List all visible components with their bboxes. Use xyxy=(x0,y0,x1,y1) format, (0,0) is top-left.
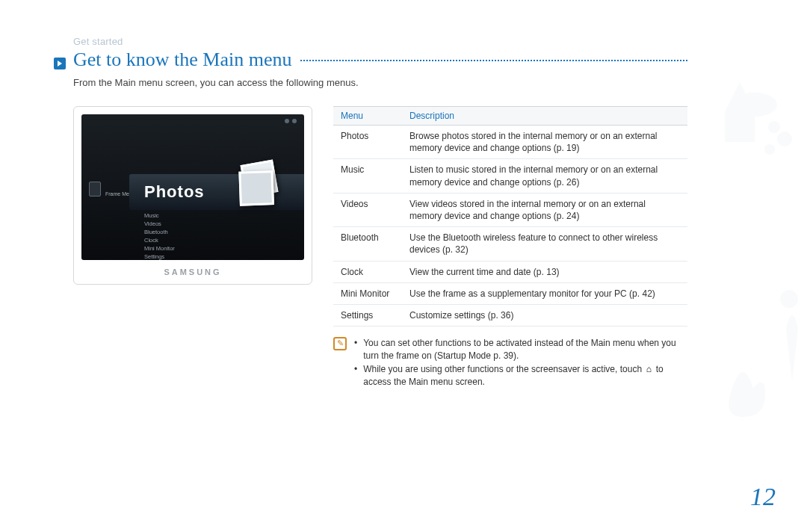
table-cell-description: Use the Bluetooth wireless feature to co… xyxy=(402,227,687,261)
table-row: MusicListen to music stored in the inter… xyxy=(333,159,687,193)
menu-description-table: Menu Description PhotosBrowse photos sto… xyxy=(333,106,687,327)
table-row: BluetoothUse the Bluetooth wireless feat… xyxy=(333,227,687,261)
device-menu-item: Videos xyxy=(144,220,175,228)
table-cell-description: Browse photos stored in the internal mem… xyxy=(402,126,687,159)
table-cell-description: View videos stored in the internal memor… xyxy=(402,193,687,226)
table-cell-menu: Music xyxy=(333,159,402,193)
page-title: Get to know the Main menu xyxy=(73,49,291,71)
table-cell-menu: Settings xyxy=(333,304,402,326)
table-header-menu: Menu xyxy=(333,107,402,126)
table-row: SettingsCustomize settings (p. 36) xyxy=(333,304,687,326)
sdcard-icon xyxy=(89,182,101,197)
table-cell-description: View the current time and date (p. 13) xyxy=(402,261,687,282)
title-arrow-icon xyxy=(54,58,66,72)
device-menu-list: MusicVideosBluetoothClockMini MonitorSet… xyxy=(144,211,175,260)
device-frame-illustration: Frame Memory Photos MusicVideosBluetooth… xyxy=(73,106,312,285)
table-cell-menu: Videos xyxy=(333,193,402,226)
note-bullet-1: You can set other functions to be activa… xyxy=(363,337,687,363)
table-row: PhotosBrowse photos stored in the intern… xyxy=(333,126,687,159)
table-cell-menu: Clock xyxy=(333,261,402,282)
table-cell-description: Listen to music stored in the internal m… xyxy=(402,159,687,193)
table-row: ClockView the current time and date (p. … xyxy=(333,261,687,282)
table-row: VideosView videos stored in the internal… xyxy=(333,193,687,226)
table-header-description: Description xyxy=(402,107,687,126)
table-cell-description: Customize settings (p. 36) xyxy=(402,304,687,326)
device-menu-item: Music xyxy=(144,211,175,220)
table-cell-menu: Photos xyxy=(333,126,402,159)
table-row: Mini MonitorUse the frame as a supplemen… xyxy=(333,282,687,304)
intro-text: From the Main menu screen, you can acces… xyxy=(73,77,687,88)
table-cell-description: Use the frame as a supplementary monitor… xyxy=(402,282,687,304)
status-icons xyxy=(285,119,297,123)
note-icon: ✎ xyxy=(333,337,347,350)
breadcrumb: Get started xyxy=(73,36,687,47)
photo-thumb-icon xyxy=(241,160,279,198)
page-number: 12 xyxy=(750,483,776,511)
device-menu-item: Bluetooth xyxy=(144,228,175,236)
note-bullet-2: While you are using other functions or t… xyxy=(363,363,687,389)
notes-block: ✎ You can set other functions to be acti… xyxy=(333,337,687,389)
table-cell-menu: Bluetooth xyxy=(333,227,402,261)
device-brand: SAMSUNG xyxy=(81,267,304,276)
table-cell-menu: Mini Monitor xyxy=(333,282,402,304)
device-menu-item: Clock xyxy=(144,236,175,244)
device-screen: Frame Memory Photos MusicVideosBluetooth… xyxy=(81,114,304,260)
selected-menu-label: Photos xyxy=(144,182,205,202)
title-dotted-rule xyxy=(300,60,687,61)
device-menu-item: Mini Monitor xyxy=(144,244,175,253)
home-icon: ⌂ xyxy=(644,365,653,374)
selected-menu-band: Photos xyxy=(129,174,304,210)
device-menu-item: Settings xyxy=(144,253,175,260)
